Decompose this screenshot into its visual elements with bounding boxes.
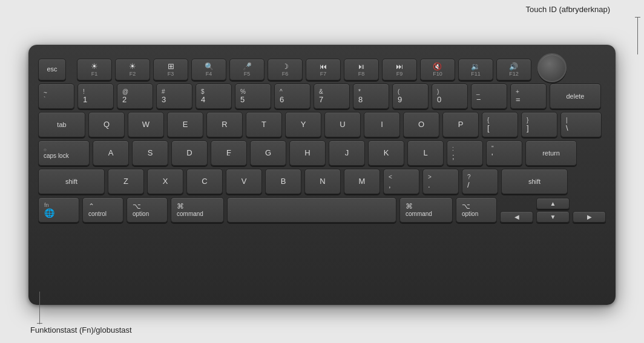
key-y[interactable]: Y bbox=[285, 112, 321, 137]
tab-row: tab Q W E R T Y U I O P { [ } ] bbox=[38, 112, 606, 137]
key-s[interactable]: S bbox=[132, 140, 168, 166]
key-8[interactable]: * 8 bbox=[353, 83, 389, 109]
key-touch-id[interactable] bbox=[537, 53, 567, 82]
key-period[interactable]: > . bbox=[422, 169, 459, 194]
key-shift-left[interactable]: shift bbox=[38, 169, 105, 194]
key-option-right[interactable]: ⌥ option bbox=[456, 197, 497, 223]
key-g[interactable]: G bbox=[250, 140, 286, 166]
key-2[interactable]: @ 2 bbox=[117, 83, 153, 109]
key-tab[interactable]: tab bbox=[38, 112, 85, 137]
key-f7[interactable]: ⏮ F7 bbox=[306, 59, 341, 80]
key-6[interactable]: ^ 6 bbox=[274, 83, 310, 109]
key-l[interactable]: L bbox=[407, 140, 444, 166]
key-semicolon[interactable]: : ; bbox=[447, 140, 483, 166]
key-r[interactable]: R bbox=[206, 112, 243, 137]
key-control[interactable]: ⌃ control bbox=[82, 197, 123, 223]
key-f4[interactable]: 🔍 F4 bbox=[191, 59, 226, 80]
touch-id-annotation: Touch ID (afbryderknap) bbox=[526, 5, 610, 14]
key-0[interactable]: ) 0 bbox=[432, 83, 468, 109]
keyboard: esc ☀ F1 ☀ F2 ⊞ F3 bbox=[28, 45, 616, 305]
key-b[interactable]: B bbox=[265, 169, 301, 194]
key-fn-globe[interactable]: fn 🌐 bbox=[38, 197, 79, 223]
key-shift-right[interactable]: shift bbox=[501, 169, 568, 194]
key-right[interactable]: ▶ bbox=[573, 211, 606, 223]
key-1[interactable]: ! 1 bbox=[77, 83, 114, 109]
key-c[interactable]: C bbox=[186, 169, 223, 194]
key-f10[interactable]: 🔇 F10 bbox=[420, 59, 455, 80]
key-f9[interactable]: ⏭ F9 bbox=[382, 59, 417, 80]
key-option-left[interactable]: ⌥ option bbox=[126, 197, 168, 223]
key-return[interactable]: return bbox=[525, 140, 577, 166]
key-j[interactable]: J bbox=[329, 140, 365, 166]
key-equals[interactable]: + = bbox=[510, 83, 547, 109]
key-f1[interactable]: ☀ F1 bbox=[77, 59, 112, 80]
key-p[interactable]: P bbox=[442, 112, 479, 137]
key-m[interactable]: M bbox=[344, 169, 380, 194]
key-f6[interactable]: ☽ F6 bbox=[268, 59, 303, 80]
fn-row: esc ☀ F1 ☀ F2 ⊞ F3 bbox=[38, 53, 606, 80]
arrow-cluster: ▲ ◀ ▼ ▶ bbox=[500, 198, 606, 223]
key-e[interactable]: E bbox=[167, 112, 203, 137]
fn-annotation: Funktionstast (Fn)/globustast bbox=[30, 325, 132, 335]
key-v[interactable]: V bbox=[226, 169, 262, 194]
key-backslash[interactable]: | \ bbox=[560, 112, 602, 137]
key-f12[interactable]: 🔊 F12 bbox=[496, 59, 531, 80]
key-left[interactable]: ◀ bbox=[500, 211, 533, 223]
key-t[interactable]: T bbox=[246, 112, 282, 137]
key-capslock[interactable]: ○ caps lock bbox=[38, 140, 90, 166]
key-backtick[interactable]: ~ ` bbox=[38, 83, 74, 109]
key-q[interactable]: Q bbox=[88, 112, 125, 137]
key-f11[interactable]: 🔉 F11 bbox=[458, 59, 493, 80]
key-x[interactable]: X bbox=[147, 169, 183, 194]
key-h[interactable]: H bbox=[289, 140, 326, 166]
key-quote[interactable]: " ' bbox=[486, 140, 522, 166]
key-slash[interactable]: ? / bbox=[462, 169, 498, 194]
shift-row: shift Z X C V B N M < , > . bbox=[38, 169, 606, 194]
key-delete[interactable]: delete bbox=[550, 83, 601, 109]
key-command-left[interactable]: ⌘ command bbox=[171, 197, 224, 223]
arrow-lr-row: ◀ ▼ ▶ bbox=[500, 211, 606, 223]
key-minus[interactable]: _ − bbox=[471, 83, 507, 109]
page-container: Touch ID (afbryderknap) Funktionstast (F… bbox=[0, 0, 644, 343]
caps-row: ○ caps lock A S D F G H J K bbox=[38, 140, 606, 166]
key-rbracket[interactable]: } ] bbox=[521, 112, 557, 137]
key-command-right[interactable]: ⌘ command bbox=[399, 197, 453, 223]
key-7[interactable]: & 7 bbox=[314, 83, 350, 109]
key-9[interactable]: ( 9 bbox=[392, 83, 429, 109]
key-space[interactable] bbox=[227, 197, 396, 223]
key-comma[interactable]: < , bbox=[383, 169, 419, 194]
key-f8[interactable]: ⏯ F8 bbox=[344, 59, 379, 80]
arrow-up-row: ▲ bbox=[500, 198, 606, 209]
key-4[interactable]: $ 4 bbox=[196, 83, 232, 109]
key-f2[interactable]: ☀ F2 bbox=[115, 59, 150, 80]
key-z[interactable]: Z bbox=[108, 169, 144, 194]
key-o[interactable]: O bbox=[403, 112, 439, 137]
key-3[interactable]: # 3 bbox=[156, 83, 192, 109]
key-a[interactable]: A bbox=[93, 140, 129, 166]
key-w[interactable]: W bbox=[128, 112, 164, 137]
key-f5[interactable]: 🎤 F5 bbox=[229, 59, 264, 80]
key-5[interactable]: % 5 bbox=[235, 83, 271, 109]
key-esc[interactable]: esc bbox=[38, 59, 66, 80]
key-f3[interactable]: ⊞ F3 bbox=[153, 59, 188, 80]
number-row: ~ ` ! 1 @ 2 # 3 bbox=[38, 83, 606, 109]
key-d[interactable]: D bbox=[171, 140, 208, 166]
key-lbracket[interactable]: { [ bbox=[482, 112, 518, 137]
bottom-row: fn 🌐 ⌃ control ⌥ option bbox=[38, 197, 606, 223]
key-f[interactable]: F bbox=[211, 140, 247, 166]
key-up[interactable]: ▲ bbox=[536, 198, 570, 209]
key-u[interactable]: U bbox=[324, 112, 361, 137]
key-down[interactable]: ▼ bbox=[536, 211, 570, 223]
key-i[interactable]: I bbox=[364, 112, 400, 137]
key-n[interactable]: N bbox=[304, 169, 341, 194]
key-k[interactable]: K bbox=[368, 140, 404, 166]
